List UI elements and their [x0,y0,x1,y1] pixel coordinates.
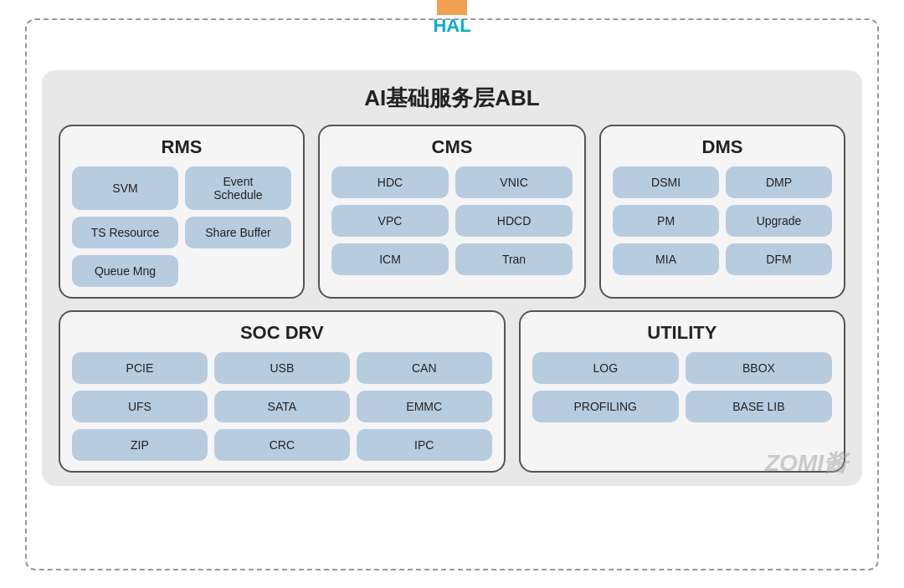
top-row: RMS SVM EventSchedule TS Resource Share … [59,125,845,299]
hal-area: HAL [429,0,475,38]
chip-dfm: DFM [726,243,832,275]
chip-ipc: IPC [357,429,492,461]
chip-icm: ICM [331,243,449,275]
chip-can: CAN [357,352,492,384]
soc-grid: PCIE USB CAN UFS SATA EMMC ZIP CRC IPC [72,352,492,461]
chip-emmc: EMMC [357,391,492,422]
chip-vpc: VPC [331,205,449,237]
soc-title: SOC DRV [72,322,492,344]
utility-grid: LOG BBOX PROFILING BASE LIB [532,352,832,422]
dms-grid: DSMI DMP PM Upgrade MIA DFM [613,166,832,275]
bottom-row: SOC DRV PCIE USB CAN UFS SATA EMMC ZIP C… [59,310,845,473]
chip-queue-mng: Queue Mng [72,255,178,287]
chip-hdcd: HDCD [455,205,573,237]
abl-container: AI基础服务层ABL RMS SVM EventSchedule TS Reso… [42,70,862,486]
cms-title: CMS [331,136,573,158]
chip-mia: MIA [613,243,719,275]
chip-svm: SVM [72,166,178,210]
rms-grid: SVM EventSchedule TS Resource Share Buff… [72,166,291,287]
arrow-body [437,0,467,15]
chip-ts-resource: TS Resource [72,217,178,248]
chip-pm: PM [613,205,719,237]
dms-section: DMS DSMI DMP PM Upgrade MIA DFM [599,125,845,299]
chip-log: LOG [532,352,679,384]
watermark: ZOMI酱 [765,447,847,479]
rms-title: RMS [72,136,291,158]
chip-bbox: BBOX [686,352,832,384]
utility-title: UTILITY [532,322,832,344]
chip-share-buffer: Share Buffer [185,217,291,248]
rms-empty [185,255,291,287]
chip-vnic: VNIC [455,166,573,198]
chip-event-schedule: EventSchedule [185,166,291,210]
dms-title: DMS [613,136,832,158]
chip-sata: SATA [214,391,350,422]
chip-crc: CRC [214,429,350,461]
chip-profiling: PROFILING [532,391,679,422]
chip-ufs: UFS [72,391,208,422]
outer-frame: HAL AI基础服务层ABL RMS SVM EventSchedule TS … [25,18,879,570]
chip-base-lib: BASE LIB [686,391,832,422]
hal-arrow [429,0,475,15]
chip-pcie: PCIE [72,352,208,384]
chip-usb: USB [214,352,350,384]
chip-dsmi: DSMI [613,166,719,198]
chip-upgrade: Upgrade [726,205,832,237]
chip-dmp: DMP [726,166,832,198]
cms-section: CMS HDC VNIC VPC HDCD ICM Tran [318,125,586,299]
soc-section: SOC DRV PCIE USB CAN UFS SATA EMMC ZIP C… [59,310,506,473]
chip-hdc: HDC [331,166,449,198]
chip-tran: Tran [455,243,573,275]
cms-grid: HDC VNIC VPC HDCD ICM Tran [331,166,573,275]
chip-zip: ZIP [72,429,208,461]
hal-label: HAL [433,15,470,37]
rms-section: RMS SVM EventSchedule TS Resource Share … [59,125,305,299]
abl-title: AI基础服务层ABL [59,84,845,113]
